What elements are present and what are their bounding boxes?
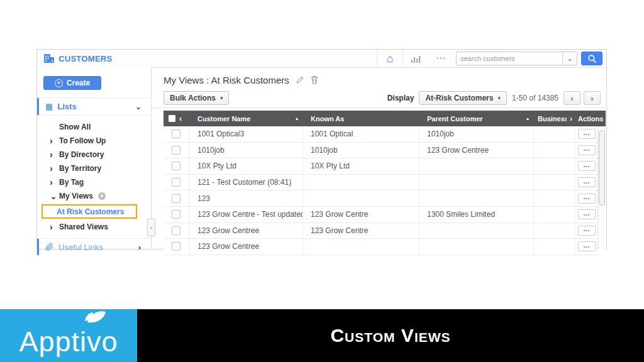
cell-business	[534, 239, 575, 255]
cell-customer-name[interactable]: 123 Grow Centre - Test updated	[190, 207, 303, 222]
reports-button[interactable]	[403, 50, 430, 67]
cell-parent-customer: 123 Grow Centree	[419, 143, 534, 158]
useful-links-label: Useful Links	[58, 243, 103, 252]
row-actions-button[interactable]: •••	[578, 209, 596, 219]
sidebar-item-by-territory[interactable]: › By Territory	[37, 162, 151, 175]
scrollbar-thumb[interactable]	[599, 130, 605, 206]
logo-text: Apptivo	[19, 327, 118, 356]
view-title-row: My Views : At Risk Customers	[164, 73, 606, 87]
ellipsis-icon: •••	[436, 55, 446, 62]
ellipsis-icon: •••	[584, 244, 590, 249]
ellipsis-icon: •••	[584, 132, 590, 136]
chevron-down-icon: ⌄	[567, 55, 572, 63]
row-checkbox[interactable]	[172, 146, 180, 155]
row-actions-button[interactable]: •••	[578, 194, 596, 204]
row-checkbox[interactable]	[172, 210, 180, 219]
ellipsis-icon: •••	[584, 148, 590, 152]
sidebar-item-by-tag[interactable]: › By Tag	[37, 175, 151, 189]
cell-customer-name[interactable]: 1010job	[190, 143, 303, 158]
delete-view-button[interactable]	[311, 75, 318, 84]
app-title-area: CUSTOMERS	[43, 50, 113, 67]
ellipsis-icon: •••	[584, 212, 590, 217]
home-button[interactable]: ⌂	[377, 50, 403, 67]
more-menu-button[interactable]: •••	[430, 50, 453, 67]
create-button-label: Create	[67, 79, 90, 87]
ellipsis-icon: •••	[584, 196, 590, 200]
sidebar-section-lists[interactable]: ▦ Lists ⌄	[37, 97, 151, 116]
row-checkbox[interactable]	[172, 162, 180, 170]
prev-page-button[interactable]: ‹	[564, 91, 580, 105]
column-header-parent-customer[interactable]: Parent Customer ▴	[419, 111, 534, 126]
row-checkbox[interactable]	[172, 194, 180, 203]
table-scrollbar[interactable]	[597, 126, 606, 250]
cell-known-as: 10X Pty Ltd	[303, 158, 419, 174]
cell-customer-name[interactable]: 121 - Test Customer (08:41)	[190, 175, 303, 190]
apptivo-logo: Apptivo	[0, 309, 137, 362]
search-button[interactable]	[581, 52, 602, 65]
chevron-down-icon: ⌄	[135, 102, 142, 111]
column-header-customer-name[interactable]: Customer Name ▴	[190, 111, 303, 126]
sidebar-item-my-views[interactable]: ⌄ My Views +	[37, 189, 151, 203]
header-select-cell: ‹	[164, 111, 190, 126]
row-checkbox[interactable]	[172, 178, 180, 187]
row-actions-button[interactable]: •••	[578, 161, 596, 171]
app-window: CUSTOMERS ⌂ •••	[36, 49, 607, 250]
display-cluster: Display At-Risk Customers ▾ 1-50 of 1438…	[387, 91, 601, 105]
view-selector-dropdown[interactable]: At-Risk Customers ▾	[419, 91, 507, 105]
row-checkbox[interactable]	[172, 129, 180, 138]
app-title: CUSTOMERS	[58, 54, 113, 63]
chevron-left-icon: ‹	[570, 94, 573, 103]
bulk-actions-button[interactable]: Bulk Actions ▾	[164, 91, 229, 105]
create-button[interactable]: + Create	[43, 76, 101, 90]
row-actions-button[interactable]: •••	[578, 241, 596, 251]
sidebar-item-by-directory[interactable]: › By Directory	[37, 148, 151, 162]
show-more-columns-handle[interactable]: ›	[567, 111, 575, 126]
search-input[interactable]	[457, 53, 562, 63]
row-actions-button[interactable]: •••	[578, 145, 596, 155]
edit-view-button[interactable]	[296, 75, 304, 84]
table-row: 123 Grow Centre - Test updated 123 Grow …	[164, 207, 598, 223]
caret-down-icon: ▾	[220, 95, 223, 101]
row-checkbox[interactable]	[172, 226, 180, 235]
chevron-left-icon[interactable]: ‹	[179, 114, 182, 123]
sidebar-item-at-risk-customers[interactable]: At Risk Customers	[42, 204, 137, 219]
sidebar-collapse-handle[interactable]: ‹	[147, 219, 155, 236]
column-header-business[interactable]: Business	[534, 111, 567, 126]
cell-customer-name[interactable]: 123 Grow Centree	[190, 223, 303, 239]
ellipsis-icon: •••	[584, 164, 590, 168]
grid-icon: ▦	[45, 102, 53, 111]
chevron-right-icon: ›	[50, 164, 54, 173]
cell-parent-customer: 1300 Smiles Limited	[419, 207, 534, 222]
sidebar-item-shared-views[interactable]: › Shared Views	[37, 220, 151, 234]
table-row: 123 Grow Centree 123 Grow Centre •••	[164, 223, 598, 239]
cell-customer-name[interactable]: 123 Grow Centree	[190, 239, 303, 255]
cell-customer-name[interactable]: 1001 Optical3	[190, 126, 303, 142]
search-scope-dropdown[interactable]: ⌄	[562, 52, 577, 65]
cell-customer-name[interactable]: 123	[190, 190, 303, 206]
row-actions-button[interactable]: •••	[578, 177, 596, 187]
search-icon	[587, 54, 597, 63]
bar-chart-icon	[411, 54, 422, 63]
sidebar-item-to-follow-up[interactable]: › To Follow Up	[37, 134, 151, 148]
row-checkbox[interactable]	[172, 242, 180, 251]
cell-known-as	[303, 175, 419, 190]
caret-down-icon: ▾	[497, 95, 501, 101]
cell-customer-name[interactable]: 10X Pty Ltd	[190, 158, 303, 174]
table-row: 123 Grow Centree •••	[164, 239, 598, 255]
row-actions-button[interactable]: •••	[578, 226, 596, 236]
sidebar-section-useful-links[interactable]: Useful Links ›	[37, 238, 151, 255]
column-header-known-as[interactable]: Known As	[303, 111, 419, 126]
add-view-icon[interactable]: +	[98, 192, 106, 200]
caption-bar: Custom Views	[137, 309, 644, 362]
table-header: ‹ Customer Name ▴ Known As Parent Custom…	[164, 111, 606, 126]
leaf-icon	[77, 310, 107, 327]
select-all-checkbox[interactable]	[169, 115, 175, 122]
sidebar-item-show-all[interactable]: Show All	[37, 120, 151, 134]
cell-parent-customer	[419, 239, 534, 255]
chevron-left-icon: ‹	[150, 224, 152, 231]
table-row: 121 - Test Customer (08:41) •••	[164, 175, 598, 191]
row-actions-button[interactable]: •••	[578, 129, 596, 139]
page-title: My Views : At Risk Customers	[164, 75, 289, 85]
next-page-button[interactable]: ›	[584, 91, 601, 105]
slide: CUSTOMERS ⌂ •••	[0, 0, 644, 362]
